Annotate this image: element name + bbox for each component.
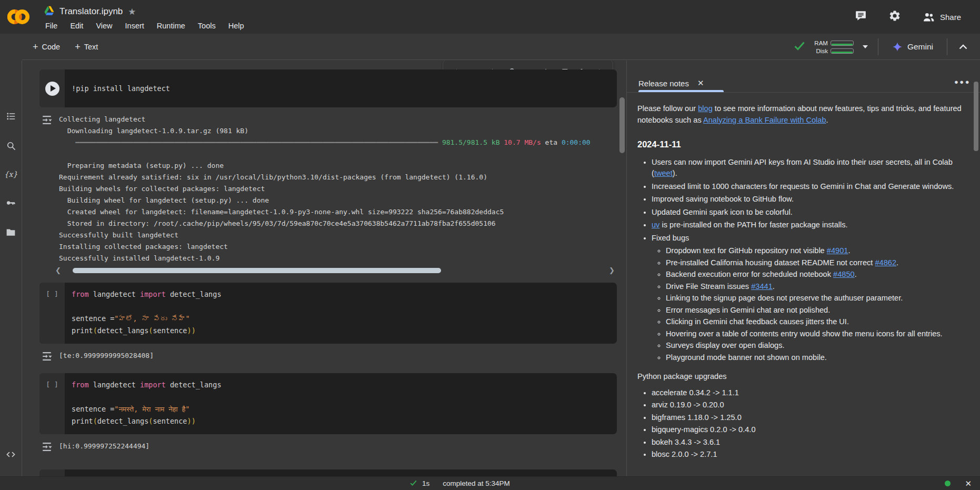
list-item: bigframes 1.18.0 -> 1.25.0	[652, 412, 967, 424]
notebook-vertical-scrollbar[interactable]	[619, 97, 625, 153]
list-item: Increased limit to 1000 characters for r…	[652, 181, 967, 193]
menu-edit[interactable]: Edit	[70, 22, 83, 30]
run-cell-button[interactable]	[39, 69, 65, 107]
runtime-dropdown-caret[interactable]	[862, 45, 868, 49]
menu-file[interactable]: File	[45, 22, 57, 30]
gemini-sparkle-icon	[892, 42, 903, 52]
resource-monitor[interactable]: RAM Disk	[813, 40, 854, 54]
packages-heading: Python package upgrades	[637, 371, 967, 383]
list-item: Drive File Stream issues #3441.	[666, 281, 967, 293]
cell-execution-indicator[interactable]: [ ]	[39, 373, 65, 434]
notebook-scroll-area[interactable]: ⚙⋮ !pip install langdetectCollecting lan…	[22, 61, 626, 476]
code-cell[interactable]: !pip install langdetectCollecting langde…	[39, 69, 617, 274]
list-item: Users can now import Gemini API keys fro…	[652, 157, 967, 179]
list-item: arviz 0.19.0 -> 0.20.0	[652, 399, 967, 411]
release-notes-link[interactable]: #4901	[827, 246, 848, 255]
list-item: bigquery-magics 0.2.0 -> 0.4.0	[652, 424, 967, 436]
list-item: Hovering over a table of contents entry …	[666, 328, 967, 340]
menu-help[interactable]: Help	[228, 22, 244, 30]
status-bar: 1s completed at 5:34PM ✕	[0, 476, 980, 490]
release-notes-link[interactable]: #3441	[751, 282, 773, 291]
connected-check-icon	[793, 39, 806, 54]
code-editor[interactable]: from langdetect import detect_langssente…	[65, 373, 617, 434]
settings-gear-icon[interactable]	[888, 9, 901, 24]
ram-meter	[831, 41, 854, 46]
list-item: blosc 2.0.0 -> 2.7.1	[652, 449, 967, 461]
packages-list: accelerate 0.34.2 -> 1.1.1arviz 0.19.0 -…	[637, 387, 967, 461]
release-notes-link[interactable]: blog	[698, 104, 713, 113]
cell-output: [te:0.9999999995028408]	[39, 350, 617, 364]
release-notes-panel: Release notes ✕ ●●● Please follow our bl…	[626, 61, 980, 476]
panel-tab-bar: Release notes ✕ ●●●	[627, 61, 980, 93]
release-notes-content: Please follow our blog to see more infor…	[637, 93, 967, 476]
table-of-contents-icon[interactable]	[0, 109, 22, 124]
output-actions-icon[interactable]	[41, 441, 55, 455]
execution-status: completed at 5:34PM	[443, 479, 510, 487]
left-sidebar: {x}	[0, 61, 22, 476]
add-text-button[interactable]: + Text	[75, 42, 98, 52]
menu-tools[interactable]: Tools	[198, 22, 216, 30]
code-editor[interactable]: !pip install langdetect	[65, 69, 617, 107]
menu-runtime[interactable]: Runtime	[157, 22, 185, 30]
output-text: [hi:0.999997252244494]	[59, 441, 149, 452]
notebook-title[interactable]: Translator.ipynb	[59, 6, 123, 17]
variables-icon[interactable]: {x}	[0, 167, 22, 182]
share-button[interactable]: Share	[922, 11, 961, 24]
list-item: Playground mode banner not shown on mobi…	[666, 352, 967, 364]
menu-insert[interactable]: Insert	[125, 22, 144, 30]
panel-more-options-icon[interactable]: ●●●	[954, 78, 971, 86]
menu-view[interactable]: View	[96, 22, 112, 30]
list-item: accelerate 0.34.2 -> 1.1.1	[652, 387, 967, 399]
people-icon	[922, 11, 935, 24]
tab-release-notes[interactable]: Release notes ✕	[638, 78, 704, 88]
cell-gutter	[39, 469, 65, 476]
cell-execution-indicator[interactable]: [ ]	[39, 283, 65, 344]
files-icon[interactable]	[0, 225, 22, 239]
list-item: Improved saving notebook to GitHub flow.	[652, 194, 967, 205]
comments-icon[interactable]	[854, 9, 867, 25]
output-horizontal-scrollbar[interactable]: ❮❯	[55, 267, 615, 274]
release-notes-link[interactable]: Analyzing a Bank Failure with Colab	[703, 116, 826, 124]
panel-vertical-scrollbar[interactable]	[974, 82, 978, 151]
secrets-icon[interactable]	[0, 195, 22, 210]
list-item: Dropdown text for GitHub repository not …	[666, 245, 967, 257]
code-snippets-icon[interactable]	[0, 447, 22, 462]
output-text: Collecting langdetect Downloading langde…	[59, 114, 591, 264]
plus-icon: +	[75, 42, 81, 52]
output-actions-icon[interactable]	[41, 114, 55, 128]
release-notes-link[interactable]: #4850	[833, 270, 855, 278]
gemini-button[interactable]: Gemini	[878, 42, 947, 52]
disk-meter	[831, 48, 854, 54]
list-item: Fixed bugsDropdown text for GitHub repos…	[652, 233, 967, 364]
code-editor[interactable]: from langdetect import detect_langssente…	[65, 283, 617, 344]
star-icon[interactable]: ★	[128, 7, 136, 16]
collapse-toolbar-chevron[interactable]	[947, 44, 980, 49]
code-cell[interactable]: [ ]from langdetect import detect_langsse…	[39, 373, 617, 455]
plus-icon: +	[33, 42, 38, 52]
top-header: Translator.ipynb ★ FileEditViewInsertRun…	[0, 0, 980, 34]
cell-output: Collecting langdetect Downloading langde…	[39, 114, 617, 264]
release-notes-link[interactable]: uv	[652, 221, 659, 229]
release-notes-link[interactable]: #4862	[875, 258, 896, 267]
add-code-button[interactable]: + Code	[33, 42, 60, 52]
scroll-left-icon[interactable]: ❮	[55, 266, 61, 274]
release-date-heading: 2024-11-11	[637, 139, 967, 151]
scroll-right-icon[interactable]: ❯	[609, 266, 615, 274]
kernel-status-dot	[945, 481, 951, 486]
menu-bar: FileEditViewInsertRuntimeToolsHelp	[45, 22, 244, 30]
code-cell[interactable]: [ ]from langdetect import detect_langsse…	[39, 283, 617, 364]
list-item: uv is pre-installed on the PATH for fast…	[652, 219, 967, 231]
cell-output: [hi:0.999997252244494]	[39, 441, 617, 455]
list-item: Clicking in Gemini chat feedback causes …	[666, 316, 967, 328]
close-tab-icon[interactable]: ✕	[697, 78, 704, 88]
list-item: Surveys display over open dialogs.	[666, 340, 967, 352]
search-icon[interactable]	[0, 138, 22, 153]
list-item: Linking to the signup page does not pres…	[666, 293, 967, 304]
scrollbar-thumb[interactable]	[73, 268, 441, 273]
list-item: Updated Gemini spark icon to be colorful…	[652, 207, 967, 218]
close-statusbar-icon[interactable]: ✕	[965, 479, 972, 488]
release-notes-link[interactable]: tweet	[654, 169, 673, 177]
colab-logo-icon[interactable]	[6, 5, 31, 31]
code-cell-partial[interactable]	[39, 469, 617, 476]
output-actions-icon[interactable]	[41, 351, 55, 364]
